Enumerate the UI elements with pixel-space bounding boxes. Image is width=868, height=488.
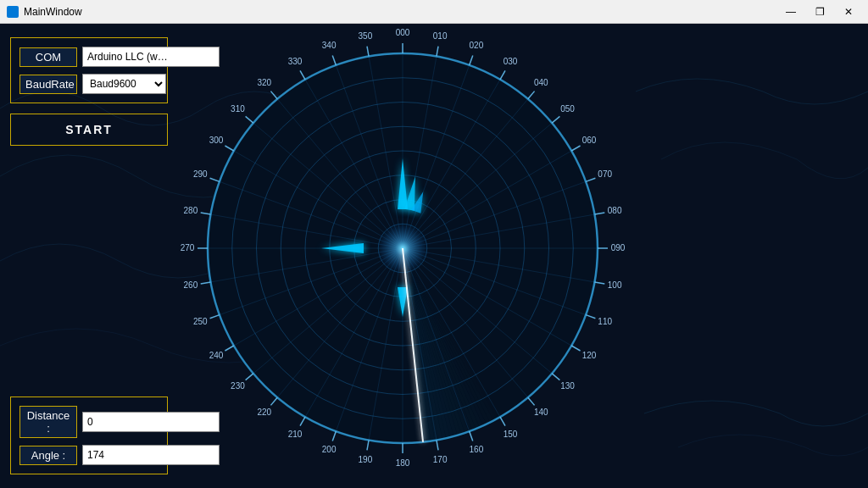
app-icon bbox=[7, 6, 19, 18]
main-content: COM BaudRate Baud9600 Baud115200 Baud576… bbox=[0, 24, 868, 488]
close-button[interactable]: ✕ bbox=[836, 3, 861, 20]
start-group: START bbox=[10, 114, 168, 146]
minimize-button[interactable]: — bbox=[778, 3, 804, 20]
connection-group: COM BaudRate Baud9600 Baud115200 Baud576… bbox=[10, 37, 168, 103]
com-label: COM bbox=[19, 47, 77, 67]
angle-row: Angle : bbox=[19, 445, 159, 465]
distance-value bbox=[82, 412, 220, 432]
left-panel: COM BaudRate Baud9600 Baud115200 Baud576… bbox=[0, 24, 178, 488]
window-title: MainWindow bbox=[24, 6, 773, 18]
com-input[interactable] bbox=[82, 47, 220, 67]
baudrate-select[interactable]: Baud9600 Baud115200 Baud57600 Baud38400 bbox=[82, 74, 166, 94]
data-group: Distance : Angle : bbox=[10, 396, 168, 474]
window-controls: — ❐ ✕ bbox=[778, 3, 861, 20]
radar-canvas bbox=[178, 24, 627, 473]
radar-area bbox=[178, 24, 868, 488]
baudrate-row: BaudRate Baud9600 Baud115200 Baud57600 B… bbox=[19, 74, 159, 94]
maximize-button[interactable]: ❐ bbox=[807, 3, 832, 20]
angle-value bbox=[82, 445, 220, 465]
baudrate-label: BaudRate bbox=[19, 75, 77, 94]
distance-label: Distance : bbox=[19, 406, 77, 438]
distance-row: Distance : bbox=[19, 406, 159, 438]
start-button[interactable]: START bbox=[11, 114, 167, 145]
angle-label: Angle : bbox=[19, 446, 77, 465]
com-row: COM bbox=[19, 47, 159, 67]
title-bar: MainWindow — ❐ ✕ bbox=[0, 0, 868, 24]
